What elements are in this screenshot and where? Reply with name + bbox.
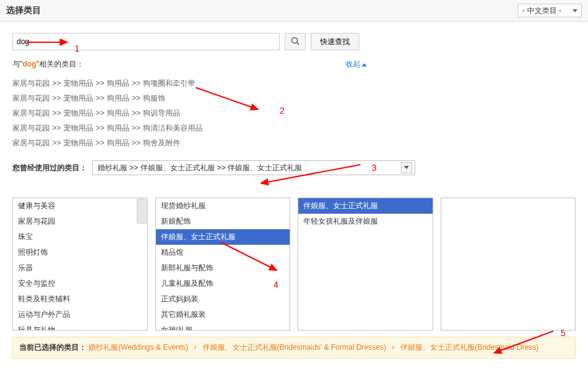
chevron-down-icon — [401, 162, 412, 173]
category-item[interactable]: 运动与户外产品 — [13, 307, 147, 322]
svg-marker-3 — [362, 63, 367, 66]
search-icon — [291, 37, 300, 47]
search-section: 快速查找 与"dog"相关的类目： 收起 家居与花园>>宠物用品>>狗用品>>狗… — [0, 22, 588, 191]
category-item[interactable]: 伴娘服、女士正式礼服 — [156, 229, 290, 245]
category-item[interactable]: 健康与美容 — [13, 198, 147, 214]
language-select-label: - 中文类目 - — [522, 6, 561, 16]
suggested-path[interactable]: 家居与花园>>宠物用品>>狗用品>>狗项圈和牵引带 — [12, 76, 576, 91]
suggested-paths: 家居与花园>>宠物用品>>狗用品>>狗项圈和牵引带家居与花园>>宠物用品>>狗用… — [12, 76, 576, 150]
previous-used-select[interactable]: 婚纱礼服 >> 伴娘服、女士正式礼服 >> 伴娘服、女士正式礼服 — [92, 160, 415, 175]
chevron-up-icon — [362, 60, 367, 69]
app-root: 选择类目 - 中文类目 - 快速查找 与"dog"相关的类目： 收起 — [0, 0, 588, 358]
category-item[interactable]: 新娘配饰 — [156, 214, 290, 229]
category-columns: 健康与美容家居与花园珠宝照明灯饰乐器安全与监控鞋类及鞋类辅料运动与户外产品玩具与… — [0, 191, 588, 337]
category-item[interactable]: 年轻女孩礼服及伴娘服 — [298, 214, 433, 229]
category-item[interactable]: 照明灯饰 — [13, 245, 147, 260]
svg-line-2 — [297, 42, 300, 45]
category-item[interactable]: 伴娘服、女士正式礼服 — [298, 198, 433, 214]
related-label: 与"dog"相关的类目： — [12, 59, 84, 70]
category-item[interactable]: 精品馆 — [156, 245, 290, 260]
suggested-path[interactable]: 家居与花园>>宠物用品>>狗用品>>狗舍及附件 — [12, 135, 576, 150]
category-col-1[interactable]: 健康与美容家居与花园珠宝照明灯饰乐器安全与监控鞋类及鞋类辅料运动与户外产品玩具与… — [12, 198, 148, 331]
chevron-down-icon — [572, 6, 577, 15]
collapse-link[interactable]: 收起 — [346, 59, 367, 70]
search-keyword: dog — [22, 60, 36, 68]
suggested-path[interactable]: 家居与花园>>宠物用品>>狗用品>>狗清洁和美容用品 — [12, 121, 576, 135]
previous-used-value: 婚纱礼服 >> 伴娘服、女士正式礼服 >> 伴娘服、女士正式礼服 — [98, 163, 302, 173]
scrollbar-thumb[interactable] — [137, 199, 147, 224]
annotation-num-2: 2 — [280, 106, 285, 116]
annotation-num-1: 1 — [75, 43, 80, 53]
annotation-num-5: 5 — [561, 328, 566, 338]
category-item[interactable]: 玩具与礼物 — [13, 322, 147, 331]
header: 选择类目 - 中文类目 - — [0, 0, 588, 22]
category-col-3[interactable]: 伴娘服、女士正式礼服年轻女孩礼服及伴娘服 — [298, 198, 433, 331]
category-col-4[interactable] — [441, 198, 576, 331]
page-title: 选择类目 — [6, 5, 41, 16]
category-item[interactable]: 儿童礼服及配饰 — [156, 276, 290, 291]
category-item[interactable]: 乐器 — [13, 260, 147, 276]
category-item[interactable]: 正式妈妈装 — [156, 291, 290, 307]
annotation-num-4: 4 — [273, 280, 278, 290]
suggested-path[interactable]: 家居与花园>>宠物用品>>狗用品>>狗训导用品 — [12, 106, 576, 121]
category-item[interactable]: 安全与监控 — [13, 276, 147, 291]
category-item[interactable]: 珠宝 — [13, 229, 147, 245]
svg-point-1 — [292, 37, 298, 43]
category-item[interactable]: 家居与花园 — [13, 214, 147, 229]
category-col-2[interactable]: 现货婚纱礼服新娘配饰伴娘服、女士正式礼服精品馆新郎礼服与配饰儿童礼服及配饰正式妈… — [155, 198, 291, 331]
breadcrumb-part-1[interactable]: 伴娘服、女士正式礼服(Bridesmaids' & Formal Dresses… — [203, 343, 387, 352]
annotation-num-3: 3 — [372, 163, 377, 173]
language-select[interactable]: - 中文类目 - — [518, 4, 582, 17]
category-item[interactable]: 新郎礼服与配饰 — [156, 260, 290, 276]
category-item[interactable]: 鞋类及鞋类辅料 — [13, 291, 147, 307]
svg-marker-4 — [404, 166, 409, 169]
category-item[interactable]: 现货婚纱礼服 — [156, 198, 290, 214]
search-row: 快速查找 — [12, 33, 576, 50]
search-button[interactable] — [285, 33, 306, 50]
breadcrumb-part-0[interactable]: 婚纱礼服(Weddings & Events) — [88, 343, 188, 352]
suggested-path[interactable]: 家居与花园>>宠物用品>>狗用品>>狗服饰 — [12, 91, 576, 106]
breadcrumb-bar: 当前已选择的类目： 婚纱礼服(Weddings & Events) › 伴娘服、… — [12, 337, 576, 358]
category-item[interactable]: 其它婚礼服装 — [156, 307, 290, 322]
svg-marker-0 — [572, 9, 577, 12]
related-heading: 与"dog"相关的类目： 收起 — [12, 59, 367, 70]
category-item[interactable]: 女裙/礼服 — [156, 322, 290, 331]
breadcrumb-label: 当前已选择的类目： — [19, 343, 86, 352]
breadcrumb-part-2[interactable]: 伴娘服、女士正式礼服(Bridesmaid Dress) — [400, 343, 539, 352]
search-input[interactable] — [12, 33, 280, 50]
previous-used-label: 您曾经使用过的类目： — [12, 163, 87, 173]
previous-used-row: 您曾经使用过的类目： 婚纱礼服 >> 伴娘服、女士正式礼服 >> 伴娘服、女士正… — [12, 160, 576, 175]
quick-search-button[interactable]: 快速查找 — [311, 33, 359, 50]
